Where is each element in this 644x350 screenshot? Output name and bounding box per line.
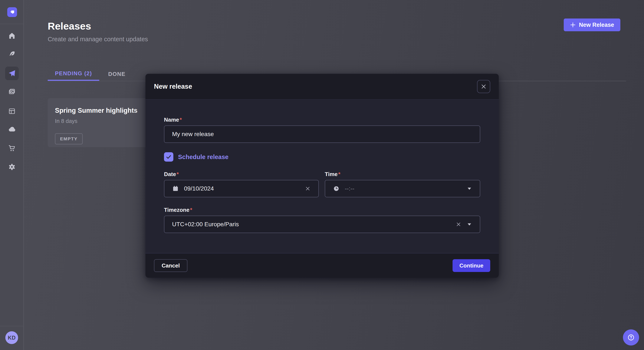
timezone-clear-icon[interactable] (456, 221, 462, 227)
sidebar-divider-top (0, 24, 24, 24)
timezone-chevron-down-icon[interactable] (466, 222, 472, 227)
sidebar-item-releases[interactable] (5, 67, 19, 80)
help-icon (627, 333, 635, 342)
app-logo[interactable] (7, 7, 17, 17)
tab-done[interactable]: DONE (101, 67, 133, 81)
home-icon (8, 32, 16, 39)
page-title: Releases (48, 20, 91, 32)
required-marker: * (338, 171, 340, 177)
required-marker: * (176, 171, 179, 177)
time-input[interactable]: --:-- (325, 180, 480, 197)
name-input-value: My new release (172, 131, 214, 138)
layout-icon (8, 107, 16, 115)
sidebar-item-settings[interactable] (5, 160, 19, 174)
timezone-input-value: UTC+02:00 Europe/Paris (172, 221, 239, 228)
timezone-input[interactable]: UTC+02:00 Europe/Paris (164, 216, 480, 233)
modal-body: Name* My new release Schedule release Da… (146, 100, 499, 253)
user-avatar[interactable]: KD (5, 331, 18, 344)
modal-footer: Cancel Continue (146, 253, 499, 278)
calendar-icon (172, 185, 179, 192)
date-clear-icon[interactable] (305, 186, 311, 191)
continue-button[interactable]: Continue (452, 259, 490, 272)
modal-header: New release (146, 74, 499, 100)
time-chevron-down-icon[interactable] (466, 186, 472, 191)
sidebar-item-cloud[interactable] (5, 123, 19, 136)
cloud-icon (8, 126, 16, 133)
date-field-label: Date* (164, 171, 179, 177)
close-icon (481, 84, 486, 90)
modal-title: New release (154, 83, 192, 90)
sidebar: KD (0, 0, 24, 350)
checkbox-checked[interactable] (164, 152, 173, 162)
check-icon (166, 154, 172, 160)
timezone-field-label: Timezone* (164, 207, 192, 213)
date-input[interactable]: 09/10/2024 (164, 180, 319, 197)
app-logo-icon (9, 9, 15, 15)
tab-pending[interactable]: PENDING (2) (48, 67, 99, 81)
name-field-label: Name* (164, 117, 182, 123)
gear-icon (8, 163, 16, 171)
new-release-button[interactable]: New Release (564, 18, 620, 31)
cancel-button[interactable]: Cancel (154, 259, 188, 272)
schedule-release-label: Schedule release (178, 154, 228, 161)
sidebar-divider-bottom (0, 326, 24, 326)
help-button[interactable] (623, 329, 639, 346)
plus-icon (570, 22, 576, 28)
modal-close-button[interactable] (477, 80, 490, 93)
sidebar-item-media[interactable] (5, 85, 19, 99)
sidebar-item-pages[interactable] (5, 104, 19, 118)
feather-icon (8, 50, 16, 58)
images-icon (8, 88, 16, 96)
page-subtitle: Create and manage content updates (48, 36, 148, 43)
new-release-modal: New release Name* My new release Schedul… (146, 74, 499, 278)
new-release-label: New Release (579, 22, 614, 28)
release-card-status-badge: EMPTY (55, 133, 83, 144)
sidebar-item-feather[interactable] (5, 47, 19, 61)
sidebar-item-commerce[interactable] (5, 141, 19, 155)
clock-icon (333, 185, 340, 192)
required-marker: * (190, 207, 192, 213)
time-input-placeholder: --:-- (345, 185, 354, 192)
date-input-value: 09/10/2024 (184, 185, 214, 192)
schedule-release-checkbox-row[interactable]: Schedule release (164, 152, 228, 162)
sidebar-item-home[interactable] (5, 29, 19, 42)
required-marker: * (180, 117, 182, 123)
name-input[interactable]: My new release (164, 126, 480, 143)
cart-icon (8, 144, 16, 152)
send-icon (8, 69, 16, 77)
time-field-label: Time* (325, 171, 340, 177)
